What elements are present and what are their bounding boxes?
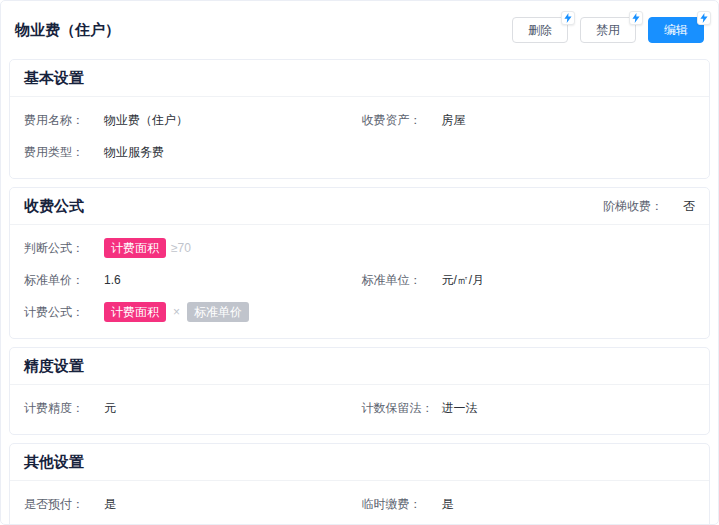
temp-pay-value: 是 [442, 496, 454, 513]
rounding-method-value: 进一法 [442, 400, 478, 417]
precision-settings-card: 精度设置 计费精度： 元 计数保留法： 进一法 [9, 347, 710, 435]
lightning-icon [697, 11, 711, 25]
prepay-value: 是 [104, 496, 116, 513]
billing-area-tag: 计费面积 [104, 302, 166, 322]
fee-name-label: 费用名称： [24, 112, 104, 129]
unit-price-tag: 标准单价 [187, 302, 249, 322]
rounding-method-field: 计数保留法： 进一法 [360, 400, 696, 417]
judge-condition: ≥70 [171, 241, 191, 255]
unit-price-value: 1.6 [104, 273, 121, 287]
precision-settings-title: 精度设置 [24, 357, 84, 376]
charge-asset-field: 收费资产： 房屋 [360, 112, 696, 129]
charge-formula-header: 收费公式 阶梯收费： 否 [10, 188, 709, 225]
basic-settings-card: 基本设置 费用名称： 物业费（住户） 收费资产： 房屋 费用类型： 物业服务费 [9, 59, 710, 179]
unit-price-field: 标准单价： 1.6 [24, 272, 360, 289]
other-settings-title: 其他设置 [24, 453, 84, 472]
table-row: 标准单价： 1.6 标准单位： 元/㎡/月 [24, 264, 695, 296]
judge-formula-value: 计费面积 ≥70 [104, 238, 191, 258]
delete-button-label: 删除 [528, 23, 552, 37]
multiply-operator: × [173, 305, 180, 319]
calc-formula-field: 计费公式： 计费面积 × 标准单价 [24, 302, 695, 322]
judge-formula-label: 判断公式： [24, 240, 104, 257]
billing-area-tag: 计费面积 [104, 238, 166, 258]
prepay-label: 是否预付： [24, 496, 104, 513]
basic-settings-body: 费用名称： 物业费（住户） 收费资产： 房屋 费用类型： 物业服务费 [10, 97, 709, 178]
lightning-icon [629, 11, 643, 25]
charge-formula-title: 收费公式 [24, 197, 84, 216]
standard-unit-value: 元/㎡/月 [442, 272, 485, 289]
billing-precision-field: 计费精度： 元 [24, 400, 360, 417]
basic-settings-title: 基本设置 [24, 69, 84, 88]
page-header: 物业费（住户） 删除 禁用 编辑 [1, 1, 718, 59]
fee-name-field: 费用名称： 物业费（住户） [24, 112, 360, 129]
table-row: 计费精度： 元 计数保留法： 进一法 [24, 392, 695, 424]
billing-precision-label: 计费精度： [24, 400, 104, 417]
page-title: 物业费（住户） [15, 21, 120, 40]
standard-unit-label: 标准单位： [362, 272, 442, 289]
edit-button-label: 编辑 [664, 23, 688, 37]
disable-button[interactable]: 禁用 [580, 17, 636, 43]
disable-button-label: 禁用 [596, 23, 620, 37]
table-row: 费用类型： 物业服务费 [24, 136, 695, 168]
rounding-method-label: 计数保留法： [362, 400, 442, 417]
precision-settings-body: 计费精度： 元 计数保留法： 进一法 [10, 385, 709, 434]
charge-formula-body: 判断公式： 计费面积 ≥70 标准单价： 1.6 标准单位： 元/㎡/月 [10, 225, 709, 338]
judge-formula-field: 判断公式： 计费面积 ≥70 [24, 238, 695, 258]
calc-formula-value: 计费面积 × 标准单价 [104, 302, 249, 322]
charge-formula-card: 收费公式 阶梯收费： 否 判断公式： 计费面积 ≥70 标准单价： 1. [9, 187, 710, 339]
table-row: 判断公式： 计费面积 ≥70 [24, 232, 695, 264]
fee-name-value: 物业费（住户） [104, 112, 188, 129]
temp-pay-field: 临时缴费： 是 [360, 496, 696, 513]
unit-price-label: 标准单价： [24, 272, 104, 289]
other-settings-body: 是否预付： 是 临时缴费： 是 [10, 481, 709, 525]
calc-formula-label: 计费公式： [24, 304, 104, 321]
tiered-charge-value: 否 [683, 198, 695, 215]
other-settings-header: 其他设置 [10, 444, 709, 481]
billing-precision-value: 元 [104, 400, 116, 417]
table-row: 费用名称： 物业费（住户） 收费资产： 房屋 [24, 104, 695, 136]
tiered-charge-label: 阶梯收费： [603, 198, 663, 215]
fee-type-value: 物业服务费 [104, 144, 164, 161]
header-actions: 删除 禁用 编辑 [500, 17, 704, 43]
fee-type-label: 费用类型： [24, 144, 104, 161]
table-row: 计费公式： 计费面积 × 标准单价 [24, 296, 695, 328]
basic-settings-header: 基本设置 [10, 60, 709, 97]
charge-asset-value: 房屋 [442, 112, 466, 129]
charge-asset-label: 收费资产： [362, 112, 442, 129]
fee-type-field: 费用类型： 物业服务费 [24, 144, 360, 161]
table-row: 是否预付： 是 临时缴费： 是 [24, 488, 695, 520]
tiered-charge-field: 阶梯收费： 否 [603, 198, 695, 215]
prepay-field: 是否预付： 是 [24, 496, 360, 513]
delete-button[interactable]: 删除 [512, 17, 568, 43]
temp-pay-label: 临时缴费： [362, 496, 442, 513]
precision-settings-header: 精度设置 [10, 348, 709, 385]
other-settings-card: 其他设置 是否预付： 是 临时缴费： 是 [9, 443, 710, 525]
edit-button[interactable]: 编辑 [648, 17, 704, 43]
fee-detail-page: 物业费（住户） 删除 禁用 编辑 [0, 0, 719, 525]
lightning-icon [561, 11, 575, 25]
standard-unit-field: 标准单位： 元/㎡/月 [360, 272, 696, 289]
